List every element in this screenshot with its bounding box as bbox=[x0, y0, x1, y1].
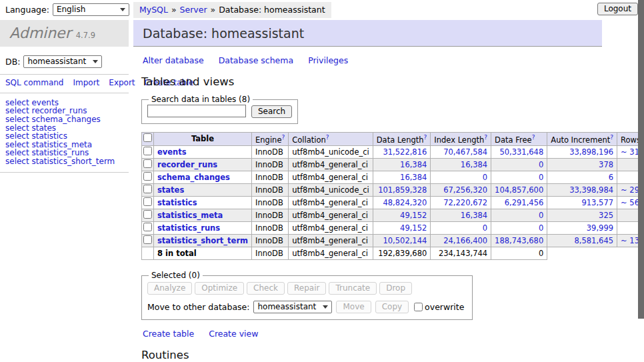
collation-cell: utf8mb4_general_ci bbox=[289, 171, 373, 184]
repair-button[interactable]: Repair bbox=[287, 282, 326, 295]
collation-cell: utf8mb4_general_ci bbox=[289, 235, 373, 247]
row-checkbox[interactable] bbox=[143, 210, 152, 219]
scrollbar-thumb[interactable] bbox=[638, 0, 644, 319]
help-link[interactable]: ? bbox=[532, 134, 535, 141]
collation-cell: utf8mb4_general_ci bbox=[289, 209, 373, 222]
optimize-button[interactable]: Optimize bbox=[195, 282, 244, 295]
search-button[interactable]: Search bbox=[251, 105, 292, 118]
table-name-link[interactable]: states bbox=[157, 185, 184, 195]
engine-cell: InnoDB bbox=[252, 197, 289, 209]
column-header: Collation? bbox=[289, 132, 373, 146]
data-free-cell: 0 bbox=[491, 222, 547, 235]
engine-cell: InnoDB bbox=[252, 209, 289, 222]
data-length-cell: 49,152 bbox=[373, 209, 431, 222]
db-select[interactable]: homeassistant bbox=[23, 55, 102, 68]
db-action-link[interactable]: Alter database bbox=[143, 55, 204, 65]
sidebar-table-link[interactable]: select statistics_short_term bbox=[5, 157, 129, 166]
row-checkbox[interactable] bbox=[143, 185, 152, 193]
move-db-select[interactable]: homeassistant bbox=[253, 301, 332, 313]
language-form: Language: English bbox=[5, 3, 129, 16]
sidebar-table-list: select eventsselect recorder_runsselect … bbox=[5, 99, 129, 166]
engine-cell: InnoDB bbox=[252, 184, 289, 197]
check-button[interactable]: Check bbox=[247, 282, 285, 295]
db-action-link[interactable]: Privileges bbox=[308, 55, 348, 65]
collation-cell: utf8mb4_general_ci bbox=[289, 197, 373, 209]
db-form: DB: homeassistant bbox=[5, 55, 129, 68]
row-checkbox[interactable] bbox=[143, 147, 152, 155]
auto-increment-cell: 325 bbox=[547, 209, 617, 222]
table-name-cell: statistics_meta bbox=[154, 209, 252, 222]
total-engine-cell: InnoDB bbox=[252, 247, 289, 260]
collation-cell: utf8mb4_general_ci bbox=[289, 222, 373, 235]
help-link[interactable]: ? bbox=[424, 134, 427, 141]
help-link[interactable]: ? bbox=[610, 134, 613, 141]
row-checkbox[interactable] bbox=[143, 235, 152, 244]
row-checkbox-cell bbox=[142, 146, 154, 159]
chevron-down-icon bbox=[120, 8, 125, 11]
help-link[interactable]: ? bbox=[484, 134, 487, 141]
overwrite-checkbox[interactable] bbox=[414, 303, 423, 311]
table-row: schema_changesInnoDButf8mb4_general_ci16… bbox=[142, 171, 644, 184]
select-all-checkbox[interactable] bbox=[143, 133, 152, 142]
collation-cell: utf8mb4_unicode_ci bbox=[289, 146, 373, 159]
data-free-cell: 50,331,648 bbox=[491, 146, 547, 159]
row-checkbox-cell bbox=[142, 197, 154, 209]
table-row: eventsInnoDButf8mb4_unicode_ci31,522,816… bbox=[142, 146, 644, 159]
app-header: Adminer 4.7.9 bbox=[0, 20, 129, 47]
sidebar-table-link[interactable]: select statistics bbox=[5, 132, 129, 141]
index-length-cell: 0 bbox=[431, 171, 491, 184]
move-db-select-value: homeassistant bbox=[257, 302, 316, 311]
auto-increment-cell: 6 bbox=[547, 171, 617, 184]
search-input[interactable] bbox=[147, 105, 246, 117]
help-link[interactable]: ? bbox=[281, 134, 285, 141]
breadcrumb-current: Database: homeassistant bbox=[219, 5, 325, 15]
row-checkbox[interactable] bbox=[143, 223, 152, 231]
table-name-link[interactable]: statistics_short_term bbox=[157, 236, 248, 245]
total-label-cell: 8 in total bbox=[154, 247, 252, 260]
sidebar-action-link[interactable]: SQL command bbox=[5, 78, 63, 87]
table-name-link[interactable]: events bbox=[157, 147, 187, 157]
sidebar-actions: SQL commandImportExportCreate table bbox=[5, 79, 117, 88]
selected-buttons: AnalyzeOptimizeCheckRepairTruncateDrop bbox=[147, 282, 464, 295]
breadcrumb-link[interactable]: MySQL bbox=[139, 5, 168, 15]
breadcrumb-link[interactable]: Server bbox=[180, 5, 207, 15]
data-length-cell: 49,152 bbox=[373, 222, 431, 235]
table-name-link[interactable]: statistics bbox=[157, 198, 197, 207]
db-action-links: Alter databaseDatabase schemaPrivileges bbox=[143, 55, 602, 65]
table-name-link[interactable]: statistics_runs bbox=[157, 223, 220, 233]
sidebar-divider bbox=[0, 93, 129, 93]
language-select[interactable]: English bbox=[53, 3, 129, 16]
create-link[interactable]: Create table bbox=[143, 329, 194, 339]
auto-increment-cell: 33,398,984 bbox=[547, 184, 617, 197]
total-empty-cell bbox=[547, 247, 644, 260]
data-free-cell: 104,857,600 bbox=[491, 184, 547, 197]
analyze-button[interactable]: Analyze bbox=[147, 282, 192, 295]
adminer-logo[interactable]: Adminer bbox=[9, 20, 71, 47]
table-row: statistics_short_termInnoDButf8mb4_gener… bbox=[142, 235, 644, 247]
scrollbar[interactable] bbox=[638, 0, 644, 362]
table-name-link[interactable]: recorder_runs bbox=[157, 160, 217, 169]
sidebar-table-link[interactable]: select schema_changes bbox=[5, 115, 129, 124]
row-checkbox[interactable] bbox=[143, 197, 152, 206]
db-select-value: homeassistant bbox=[27, 57, 86, 66]
row-checkbox[interactable] bbox=[143, 172, 152, 181]
help-link[interactable]: ? bbox=[326, 134, 329, 141]
data-length-cell: 16,384 bbox=[373, 171, 431, 184]
row-checkbox-cell bbox=[142, 159, 154, 171]
table-name-link[interactable]: statistics_meta bbox=[157, 211, 223, 220]
drop-button[interactable]: Drop bbox=[379, 282, 412, 295]
table-row: statesInnoDButf8mb4_unicode_ci101,859,32… bbox=[142, 184, 644, 197]
db-label: DB: bbox=[5, 57, 20, 67]
sidebar-action-link[interactable]: Import bbox=[73, 78, 99, 87]
copy-button[interactable]: Copy bbox=[375, 301, 409, 313]
move-button[interactable]: Move bbox=[336, 301, 371, 313]
column-header: Data Free? bbox=[491, 132, 547, 146]
logout-button[interactable]: Logout bbox=[597, 3, 638, 15]
db-action-link[interactable]: Database schema bbox=[219, 55, 293, 65]
sidebar-action-link[interactable]: Export bbox=[109, 78, 135, 87]
table-name-link[interactable]: schema_changes bbox=[157, 173, 230, 182]
data-free-cell: 0 bbox=[491, 159, 547, 171]
row-checkbox[interactable] bbox=[143, 159, 152, 168]
create-link[interactable]: Create view bbox=[209, 329, 258, 339]
truncate-button[interactable]: Truncate bbox=[329, 282, 377, 295]
